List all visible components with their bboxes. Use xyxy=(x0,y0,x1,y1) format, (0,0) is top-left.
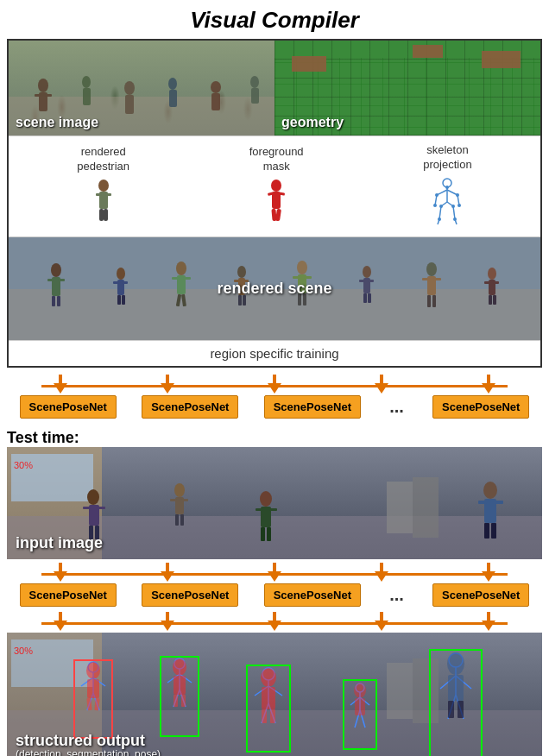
svg-rect-6 xyxy=(83,88,91,105)
out-arrow-3 xyxy=(268,612,281,631)
svg-rect-59 xyxy=(57,296,60,306)
skeleton-projection-text: skeletonprojection xyxy=(423,143,471,173)
svg-point-25 xyxy=(271,180,281,192)
svg-rect-100 xyxy=(489,295,492,305)
scene-pose-box-4: ScenePoseNet xyxy=(432,395,529,419)
svg-point-60 xyxy=(117,268,125,280)
svg-rect-170 xyxy=(270,709,275,723)
svg-rect-126 xyxy=(478,501,487,504)
svg-rect-14 xyxy=(251,88,259,104)
svg-rect-63 xyxy=(122,281,128,284)
scene-pose-test-4: ScenePoseNet xyxy=(432,583,529,607)
svg-rect-130 xyxy=(387,482,413,533)
svg-rect-146 xyxy=(87,679,99,698)
svg-rect-21 xyxy=(96,193,102,196)
svg-rect-87 xyxy=(368,280,374,282)
title-section: Visual Compiler xyxy=(7,7,542,34)
scene-pose-box-1: ScenePoseNet xyxy=(20,395,117,419)
svg-rect-86 xyxy=(359,280,365,282)
test-arrow-2 xyxy=(161,563,174,582)
svg-text:30%: 30% xyxy=(14,646,33,656)
svg-point-46 xyxy=(433,204,437,207)
svg-line-34 xyxy=(447,190,458,195)
svg-point-1 xyxy=(38,79,48,92)
svg-rect-123 xyxy=(267,527,271,541)
svg-point-124 xyxy=(483,482,497,499)
svg-rect-99 xyxy=(493,281,499,284)
scene-pose-row-test: ScenePoseNet ScenePoseNet ScenePoseNet .… xyxy=(7,583,542,607)
svg-rect-23 xyxy=(99,209,104,221)
svg-rect-89 xyxy=(368,293,371,303)
svg-point-167 xyxy=(261,668,276,687)
svg-rect-190 xyxy=(355,698,365,715)
svg-point-48 xyxy=(439,205,443,208)
svg-rect-169 xyxy=(262,709,267,723)
svg-rect-92 xyxy=(422,278,430,280)
svg-rect-179 xyxy=(448,675,464,701)
svg-rect-122 xyxy=(261,527,265,541)
arrow-3 xyxy=(268,375,281,394)
svg-line-39 xyxy=(439,206,441,219)
svg-rect-131 xyxy=(413,477,439,538)
scene-image-box: scene image xyxy=(9,41,274,135)
svg-point-72 xyxy=(237,266,246,278)
svg-rect-137 xyxy=(413,658,439,723)
svg-point-49 xyxy=(451,205,455,208)
scene-pose-test-1: ScenePoseNet xyxy=(20,583,117,607)
test-arrow-3 xyxy=(268,563,281,582)
arrows-row-test xyxy=(7,561,542,583)
svg-rect-95 xyxy=(432,295,436,307)
svg-rect-24 xyxy=(104,209,108,221)
svg-rect-58 xyxy=(52,296,55,306)
dots-training: ... xyxy=(386,397,407,417)
skeleton-projection-icon xyxy=(430,176,464,230)
svg-rect-158 xyxy=(174,695,178,707)
annotation-foreground-mask: foregroundmask xyxy=(249,145,304,228)
svg-rect-127 xyxy=(495,501,503,504)
svg-rect-117 xyxy=(180,514,184,526)
foreground-mask-text: foregroundmask xyxy=(249,145,304,174)
svg-point-90 xyxy=(426,262,437,276)
training-bar: region specific training xyxy=(9,340,540,366)
rendered-scene-box: rendered scene xyxy=(9,236,540,340)
svg-rect-180 xyxy=(448,701,454,718)
arrow-2 xyxy=(161,375,174,394)
out-arrow-4 xyxy=(375,612,388,631)
svg-rect-12 xyxy=(211,93,220,110)
svg-rect-94 xyxy=(427,295,431,307)
test-time-section: Test time: 30% xyxy=(7,429,542,756)
test-time-label: Test time: xyxy=(7,429,79,446)
svg-rect-114 xyxy=(170,499,177,501)
scene-pose-test-3: ScenePoseNet xyxy=(264,583,361,607)
svg-rect-4 xyxy=(45,94,52,97)
svg-rect-30 xyxy=(275,209,281,222)
svg-point-118 xyxy=(260,491,272,507)
arrow-1 xyxy=(54,375,67,394)
arrows-row-training xyxy=(7,373,542,395)
svg-point-11 xyxy=(211,81,221,93)
svg-rect-115 xyxy=(181,499,188,501)
annotation-rendered-pedestrian: renderedpedestrian xyxy=(77,145,129,228)
scene-pose-box-3: ScenePoseNet xyxy=(264,395,361,419)
svg-rect-181 xyxy=(458,701,464,718)
svg-rect-8 xyxy=(125,95,134,114)
svg-rect-108 xyxy=(83,507,91,509)
arrow-5 xyxy=(482,375,495,394)
scene-pose-box-2: ScenePoseNet xyxy=(142,395,238,419)
svg-point-7 xyxy=(124,81,135,95)
svg-point-45 xyxy=(456,193,459,197)
page-container: Visual Compiler xyxy=(0,0,549,756)
svg-rect-98 xyxy=(484,281,490,284)
svg-rect-17 xyxy=(482,51,521,68)
out-arrow-2 xyxy=(161,612,174,631)
svg-point-84 xyxy=(363,266,371,278)
svg-point-19 xyxy=(98,180,109,192)
svg-rect-129 xyxy=(491,523,496,539)
diagram-box: scene image geometry xyxy=(7,39,542,368)
rendered-scene-label: rendered scene xyxy=(217,280,331,298)
svg-rect-101 xyxy=(493,295,496,305)
out-arrow-1 xyxy=(54,612,67,631)
svg-point-78 xyxy=(297,261,307,274)
top-images-row: scene image geometry xyxy=(9,41,540,135)
out-arrow-5 xyxy=(482,612,495,631)
